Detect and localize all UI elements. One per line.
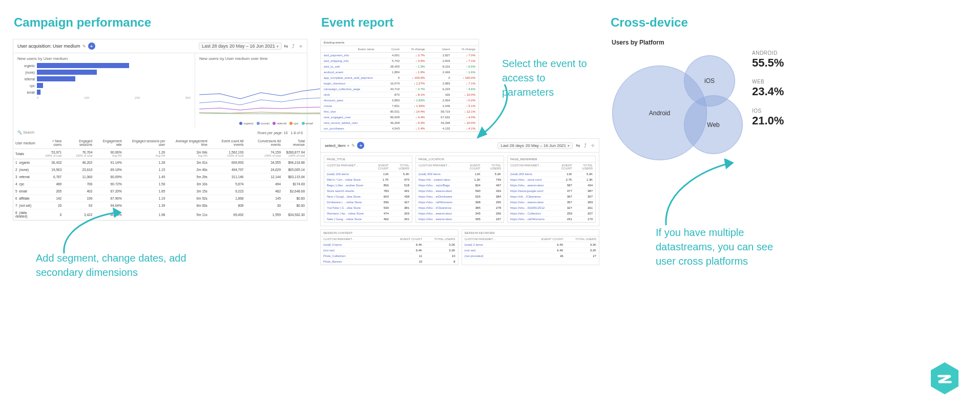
card-row[interactable]: https://www.google.com/477387 [508, 188, 595, 194]
card-row[interactable]: (total) 2 items6.4K3.2K [462, 242, 599, 248]
table-row[interactable]: 2 (none)19,56323,61089.18%1.152m 40s494,… [13, 166, 307, 174]
card-row[interactable]: https://sho…Collection259207 [508, 211, 595, 217]
card-row[interactable]: Sale | Goog…ndise Store462341 [324, 217, 412, 222]
card-row[interactable]: (not set)6.4K3.2K [321, 248, 458, 253]
col-head[interactable]: Conversions All events [245, 137, 283, 149]
table-row[interactable]: 4 cpc48970690.72%1.503m 10s5,874494$174.… [13, 181, 307, 188]
card-row[interactable]: (total) 106 items11K5.2K [324, 171, 412, 177]
card-row[interactable]: (not provided)2627 [462, 253, 599, 259]
table-row[interactable]: 6 affiliate14219087.96%1.196m 52s1,86814… [13, 195, 307, 202]
event-row[interactable]: add_shipping_info5,742 ↓ 4.5% 2,843 ↓ 7.… [321, 58, 478, 64]
title-campaign: Campaign performance [14, 15, 307, 30]
event-row[interactable]: app_complete_event_add_payment0 ↓ 100.0%… [321, 75, 478, 81]
col-head[interactable]: Event count All events [210, 137, 246, 149]
rows-value[interactable]: 10 [284, 131, 288, 135]
card-row[interactable]: https://nft…/Clearance397307 [508, 194, 595, 200]
event-row[interactable]: add_payment_info4,091 ↓ 2.7% 2,827 ↓ 7.0… [321, 53, 478, 58]
card-row[interactable]: https://sho…store.com/2.7K1.3K [508, 177, 595, 183]
add-button[interactable]: + [357, 142, 364, 149]
col-head[interactable]: Total revenue [283, 137, 307, 149]
col-head[interactable]: Average engagement time [167, 137, 210, 149]
event-row[interactable]: add_to_cart28,405 ↑ 1.3% 8,216 ↑ 6.5% [321, 64, 478, 70]
card-row[interactable]: https://sho…stylo/Bags824497 [416, 183, 504, 188]
event-row[interactable]: click870 ↓ 8.1% 426 ↓ 10.0% [321, 92, 478, 98]
card-row[interactable]: https://sh…ewest+desc1.2K749 [416, 177, 504, 183]
col-head[interactable]: Engagement rate [94, 137, 123, 149]
compare-icon[interactable]: ⇆ [576, 143, 580, 148]
event-row[interactable]: first_visit80,031 ↓ 14.4% 58,719 ↓ 12.1% [321, 109, 478, 115]
title-event: Event report [321, 15, 599, 30]
edit-icon[interactable] [82, 44, 86, 49]
card-row[interactable]: https://sho…nel/Womens231170 [508, 217, 595, 222]
card-row[interactable]: https://sho…ewest+desc345296 [416, 211, 504, 217]
card-row[interactable]: https://sho…ewest+desc587434 [508, 183, 595, 188]
card-row[interactable]: https://sho…e/Drinkware525384 [416, 194, 504, 200]
date-value: 20 May – 16 Jun 2021 [526, 143, 566, 148]
card-row[interactable]: (total) 200 items11K5.2K [416, 171, 504, 177]
card-row[interactable]: https://sho…l/Clearance385278 [416, 205, 504, 211]
compare-icon[interactable]: ⇆ [284, 44, 288, 49]
event-row[interactable]: discount_pass3,883 ↑ 1.82% 2,064 ↓ 0.2% [321, 98, 478, 103]
share-icon[interactable]: ⤴ [584, 143, 587, 148]
event-row[interactable]: movie7,831 ↓ 1.95% 2,046 ↓ 5.1% [321, 103, 478, 109]
event-row[interactable]: new_record_added_user46,268 ↓ 0.2% 46,26… [321, 120, 478, 126]
add-button[interactable]: + [88, 42, 95, 50]
svg-marker-10 [478, 128, 486, 137]
insight-icon[interactable]: ✧ [299, 44, 303, 49]
date-label: Last 28 days [202, 44, 228, 49]
event-row[interactable]: our_purchases4,543 ↓ 1.4% 4,132 ↓ 4.1% [321, 126, 478, 132]
card-row[interactable]: New | Googl…dise Store603438 [324, 194, 412, 200]
card-row[interactable]: https://sho…ewest+desc357283 [508, 200, 595, 205]
legend-item: email [302, 122, 313, 125]
col-head: User medium [13, 137, 41, 149]
bar-row: email [17, 90, 191, 95]
card-row[interactable]: Store search results783491 [324, 188, 412, 194]
card-row[interactable]: (not set)6.4K3.2K [462, 248, 599, 253]
card-row[interactable]: Bags | Lifes…andise Store856518 [324, 183, 412, 188]
card-row[interactable]: Womens | Ap…ndise Store474293 [324, 211, 412, 217]
select-item-title: select_item [325, 143, 345, 148]
events-title: Existing events [321, 39, 478, 46]
card-row[interactable]: https://sho…ewest+desc590434 [416, 188, 504, 194]
svg-marker-9 [114, 209, 120, 217]
chevron-down-icon[interactable] [347, 143, 349, 148]
card-row[interactable]: Pride_Banner108 [321, 259, 458, 265]
table-row[interactable]: 5 email20540287.20%1.853m 15s9,223482$2,… [13, 188, 307, 195]
date-label: Last 28 days [501, 143, 524, 148]
table-row[interactable]: 1 organic36,43246,20291.14%1.283m 41s669… [13, 159, 307, 166]
card-row[interactable]: Drinkware | …ndise Store596427 [324, 200, 412, 205]
event-row[interactable]: campaign_collection_page44,710 ↑ 2.7% 6,… [321, 87, 478, 92]
date-range[interactable]: Last 28 days 20 May – 16 Jun 2021 [199, 42, 282, 50]
share-icon[interactable]: ⤴ [292, 44, 295, 49]
bar-row: (none) [17, 70, 191, 75]
legend-item: organic [239, 122, 254, 125]
bar-row: referral [17, 76, 191, 81]
title-cross: Cross-device [611, 15, 799, 30]
event-row[interactable]: begin_checkout16,079 ↓ 1.27% 2,883 ↓ 7.1… [321, 81, 478, 87]
edit-icon[interactable] [351, 143, 355, 148]
annot-campaign: Add segment, change dates, add secondary… [36, 251, 190, 280]
card-row[interactable]: Pride_Collection1110 [321, 253, 458, 259]
totals-row: Totals53,971100% of total76,704100% of t… [13, 149, 307, 159]
event-row[interactable]: new_engaged_user89,608 ↓ 4.4% 67,632 ↓ 4… [321, 115, 478, 120]
col-head[interactable]: Engaged sessions per user [124, 137, 168, 149]
insight-icon[interactable]: ✧ [591, 143, 595, 148]
card-row[interactable]: https://sho…ref/Womens398295 [416, 200, 504, 205]
card-row[interactable]: Men's / Uni…ndise Store1.7K970 [324, 177, 412, 183]
card-row[interactable]: https://sho…ewest+desc335237 [416, 217, 504, 222]
col-head[interactable]: Engaged sessions [64, 137, 94, 149]
annot-event: Select the event to access to parameters [502, 56, 599, 99]
search-input[interactable]: 🔍 Search [17, 131, 34, 135]
card-row[interactable]: (total) 3 items6.4K3.2K [321, 242, 458, 248]
param-card: PAGE_LOCATION CUSTOM PARAMET…EVENT COUNT… [415, 156, 504, 223]
table-row[interactable]: 3 referral6,78711,06080.09%1.455m 29s311… [13, 174, 307, 181]
col-head[interactable]: + New users [41, 137, 64, 149]
card-row[interactable]: https://sho…0160512512327261 [508, 205, 595, 211]
venn-web: Web [684, 95, 743, 154]
svg-marker-11 [725, 159, 733, 168]
param-card: SESSION CONTENT CUSTOM PARAMET…EVENT COU… [320, 229, 458, 265]
card-row[interactable]: YouTube | G…dise Store539381 [324, 205, 412, 211]
card-row[interactable]: (total) 200 items11K5.2K [508, 171, 595, 177]
event-row[interactable]: android_event1,884 ↓ 1.0% 2,469 ↑ 1.6% [321, 70, 478, 75]
svg-rect-4 [37, 90, 40, 95]
